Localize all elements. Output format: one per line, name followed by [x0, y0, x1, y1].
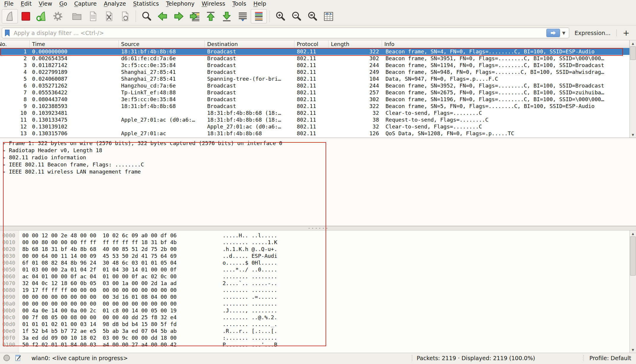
apply-filter-button[interactable]	[546, 29, 560, 37]
go-forward-icon[interactable]	[171, 9, 187, 23]
scrollbar-track[interactable]	[630, 236, 636, 347]
expand-arrow-icon[interactable]: ▸	[0, 154, 9, 161]
capture-comment-icon[interactable]	[15, 354, 22, 362]
hex-line[interactable]: 005001 03 00 00 2a 01 04 2f 01 04 30 14 …	[0, 266, 636, 273]
detail-line[interactable]: ▸Frame 1: 322 bytes on wire (2576 bits),…	[0, 140, 636, 147]
column-header-protocol[interactable]: Protocol	[294, 40, 329, 48]
detail-line[interactable]: ▸IEEE 802.11 Beacon frame, Flags: ......…	[0, 161, 636, 168]
zoom-in-icon[interactable]	[272, 9, 288, 23]
packet-row[interactable]: 10.00000000018:31:bf:4b:8b:68Broadcast80…	[0, 48, 636, 55]
column-header-no[interactable]: No.	[0, 40, 30, 48]
hex-line[interactable]: 003000 00 64 00 11 14 00 09 45 53 50 2d …	[0, 252, 636, 259]
hex-bytes: 00 00 12 00 2e 48 00 00 10 02 6c 09 a0 0…	[22, 232, 177, 239]
menu-tools[interactable]: Tools	[229, 0, 250, 7]
expand-arrow-icon[interactable]: ▸	[0, 161, 9, 168]
start-capture-icon[interactable]	[2, 9, 18, 23]
hex-line[interactable]: 00a000 00 00 00 00 00 00 00 00 00 00 00 …	[0, 300, 636, 307]
packet-row[interactable]: 100.10392348118:31:bf:4b:8b:68 (18:…802.…	[0, 109, 636, 116]
add-filter-button[interactable]: +	[623, 29, 629, 37]
packet-row[interactable]: 60.035271262Hangzhou_cd:7a:6eBroadcast80…	[0, 82, 636, 89]
packet-row[interactable]: 90.10238859318:31:bf:4b:8b:68Broadcast80…	[0, 103, 636, 109]
find-packet-icon[interactable]	[139, 9, 155, 23]
column-header-info[interactable]: Info	[382, 40, 629, 48]
hex-line[interactable]: 00f03a ed dd 09 00 10 18 02 03 00 9c 00 …	[0, 334, 636, 341]
menu-go[interactable]: Go	[56, 0, 71, 7]
menu-help[interactable]: Help	[250, 0, 270, 7]
packet-row[interactable]: 40.022799189Shanghai_27:85:41Broadcast80…	[0, 69, 636, 75]
go-to-packet-icon[interactable]	[187, 9, 203, 23]
hex-line[interactable]: 009000 00 00 00 00 00 00 00 00 3d 16 01 …	[0, 293, 636, 300]
filter-bookmark-icon[interactable]	[4, 29, 11, 37]
open-file-icon[interactable]	[69, 9, 85, 23]
hex-line[interactable]: 00406f 01 08 82 84 8b 96 24 30 48 6c 03 …	[0, 259, 636, 266]
column-header-time[interactable]: Time	[30, 40, 119, 48]
menu-analyze[interactable]: Analyze	[100, 0, 130, 7]
packet-row[interactable]: 50.024060087Shanghai_27:85:41Spanning-tr…	[0, 75, 636, 82]
expand-arrow-icon[interactable]: ▸	[0, 140, 9, 147]
menu-file[interactable]: File	[1, 0, 17, 7]
expand-arrow-icon[interactable]: ▸	[0, 147, 9, 154]
detail-line[interactable]: ▸802.11 radio information	[0, 154, 636, 161]
packet-row[interactable]: 30.0118271423c:f5:cc:0e:35:84Broadcast80…	[0, 62, 636, 69]
scrollbar-thumb[interactable]	[630, 236, 636, 276]
menu-capture[interactable]: Capture	[71, 0, 100, 7]
packet-row[interactable]: 80.0804437403e:f5:cc:0e:35:84Broadcast80…	[0, 96, 636, 103]
packet-list-scrollbar[interactable]: ▲ ▼	[629, 40, 636, 138]
hex-line[interactable]: 010050 f2 02 01 01 84 00 03 a4 00 00 27 …	[0, 341, 636, 348]
scroll-down-icon[interactable]: ▼	[630, 132, 636, 138]
menu-view[interactable]: View	[35, 0, 56, 7]
packet-row[interactable]: 70.055536422Tp-LinkT_ef:48:88Broadcast80…	[0, 89, 636, 96]
hex-line[interactable]: 000000 00 12 00 2e 48 00 00 10 02 6c 09 …	[0, 232, 636, 239]
hex-line[interactable]: 00d001 01 01 02 01 00 03 14 98 d8 bd b4 …	[0, 321, 636, 328]
zoom-out-icon[interactable]	[288, 9, 304, 23]
display-filter-input[interactable]	[11, 30, 546, 36]
filter-dropdown-icon[interactable]: ▼	[560, 31, 567, 35]
column-header-destination[interactable]: Destination	[205, 40, 294, 48]
profile-text[interactable]: Profile: Default	[589, 355, 631, 361]
restart-capture-icon[interactable]	[34, 9, 50, 23]
capture-options-icon[interactable]	[50, 9, 66, 23]
hex-line[interactable]: 00208b 68 18 31 bf 4b 8b 68 40 00 85 51 …	[0, 246, 636, 252]
packet-row[interactable]: 120.130139102Apple_27:01:ac (d0:a6:…802.…	[0, 123, 636, 130]
menu-wireless[interactable]: Wireless	[198, 0, 229, 7]
scroll-up-icon[interactable]: ▲	[630, 40, 636, 46]
hex-line[interactable]: 0060ac 04 01 00 00 0f ac 04 01 00 00 0f …	[0, 273, 636, 280]
resize-columns-icon[interactable]	[321, 9, 337, 23]
hex-line[interactable]: 00c000 7f 08 05 00 08 00 00 00 00 40 dd …	[0, 314, 636, 321]
stop-capture-icon[interactable]	[18, 9, 34, 23]
hex-line[interactable]: 00e01f 52 b4 b5 b7 72 ae e5 5b ab 3a ed …	[0, 328, 636, 334]
packet-row[interactable]: 130.130315706Apple_27:01:ac18:31:bf:4b:8…	[0, 130, 636, 137]
go-first-packet-icon[interactable]	[203, 9, 219, 23]
colorize-icon[interactable]	[251, 9, 267, 23]
close-file-icon[interactable]	[101, 9, 117, 23]
menu-telephony[interactable]: Telephony	[162, 0, 198, 7]
save-file-icon[interactable]	[85, 9, 101, 23]
column-header-length[interactable]: Length	[329, 40, 382, 48]
zoom-reset-icon[interactable]	[304, 9, 321, 23]
display-filter-field[interactable]: ▼	[2, 28, 569, 38]
scroll-down-icon[interactable]: ▼	[630, 347, 636, 353]
detail-line[interactable]: ▸Radiotap Header v0, Length 18	[0, 147, 636, 154]
hex-line[interactable]: 001000 00 80 00 00 00 ff ff ff ff ff ff …	[0, 239, 636, 246]
packet-row[interactable]: 20.002654354d6:61:fe:cd:7a:6eBroadcast80…	[0, 55, 636, 62]
menu-edit[interactable]: Edit	[17, 0, 35, 7]
auto-scroll-icon[interactable]	[235, 9, 251, 23]
pane-splitter[interactable]	[0, 226, 636, 231]
scrollbar-thumb[interactable]	[630, 46, 636, 60]
expand-arrow-icon[interactable]: ▸	[0, 168, 9, 175]
reload-file-icon[interactable]	[117, 9, 133, 23]
menu-statistics[interactable]: Statistics	[130, 0, 163, 7]
expression-button[interactable]: Expression...	[575, 30, 610, 36]
hex-line[interactable]: 00b000 4a 0e 14 00 0a 00 2c 01 c8 00 14 …	[0, 307, 636, 314]
hex-line[interactable]: 007032 04 0c 12 18 60 0b 05 03 00 1a 00 …	[0, 280, 636, 287]
detail-line[interactable]: ▸IEEE 802.11 wireless LAN management fra…	[0, 168, 636, 175]
expert-info-icon[interactable]	[3, 354, 10, 362]
scroll-up-icon[interactable]: ▲	[630, 231, 636, 236]
packet-row[interactable]: 110.130133475Apple_27:01:ac (d0:a6:…18:3…	[0, 116, 636, 123]
hex-line[interactable]: 008019 17 ff ff ff 00 00 00 00 00 00 00 …	[0, 287, 636, 293]
go-back-icon[interactable]	[155, 9, 171, 23]
scrollbar-track[interactable]	[630, 46, 636, 132]
hex-scrollbar[interactable]: ▲ ▼	[629, 231, 636, 353]
column-header-source[interactable]: Source	[119, 40, 205, 48]
go-last-packet-icon[interactable]	[219, 9, 235, 23]
